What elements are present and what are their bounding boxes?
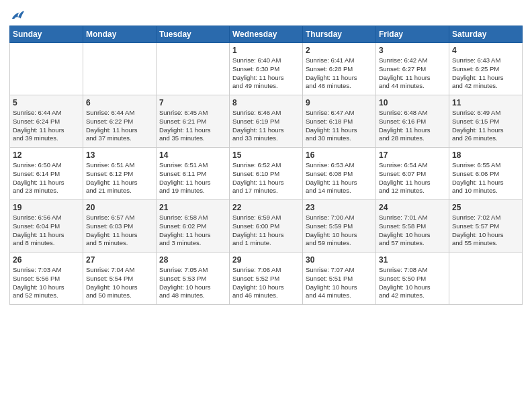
calendar-cell: 30Sunrise: 7:07 AM Sunset: 5:51 PM Dayli… bbox=[303, 253, 376, 305]
day-number: 21 bbox=[159, 203, 226, 212]
day-header-tuesday: Tuesday bbox=[157, 26, 230, 43]
day-info: Sunrise: 6:54 AM Sunset: 6:07 PM Dayligh… bbox=[379, 161, 446, 195]
day-number: 15 bbox=[232, 150, 300, 160]
calendar-cell bbox=[10, 43, 83, 95]
day-number: 13 bbox=[86, 150, 153, 160]
day-info: Sunrise: 7:07 AM Sunset: 5:51 PM Dayligh… bbox=[306, 266, 373, 300]
calendar-cell: 23Sunrise: 7:00 AM Sunset: 5:59 PM Dayli… bbox=[303, 200, 376, 253]
calendar-cell: 20Sunrise: 6:57 AM Sunset: 6:03 PM Dayli… bbox=[83, 200, 157, 253]
calendar-cell: 15Sunrise: 6:52 AM Sunset: 6:10 PM Dayli… bbox=[230, 148, 303, 200]
calendar-cell: 8Sunrise: 6:46 AM Sunset: 6:19 PM Daylig… bbox=[230, 95, 303, 148]
day-number: 4 bbox=[452, 46, 519, 55]
day-number: 11 bbox=[452, 98, 519, 107]
day-info: Sunrise: 6:42 AM Sunset: 6:27 PM Dayligh… bbox=[379, 56, 446, 91]
calendar-cell: 13Sunrise: 6:51 AM Sunset: 6:12 PM Dayli… bbox=[83, 148, 157, 200]
day-number: 19 bbox=[13, 203, 80, 212]
day-info: Sunrise: 6:55 AM Sunset: 6:06 PM Dayligh… bbox=[452, 161, 519, 195]
day-number: 28 bbox=[159, 255, 226, 265]
calendar-cell: 11Sunrise: 6:49 AM Sunset: 6:15 PM Dayli… bbox=[449, 95, 523, 148]
day-number: 29 bbox=[232, 255, 300, 265]
day-number: 26 bbox=[13, 255, 80, 265]
day-header-friday: Friday bbox=[376, 26, 449, 43]
day-number: 5 bbox=[13, 98, 80, 107]
day-number: 20 bbox=[86, 203, 153, 212]
day-header-thursday: Thursday bbox=[303, 26, 376, 43]
day-info: Sunrise: 7:04 AM Sunset: 5:54 PM Dayligh… bbox=[86, 266, 153, 300]
calendar-cell: 2Sunrise: 6:41 AM Sunset: 6:28 PM Daylig… bbox=[303, 43, 376, 95]
calendar-cell: 18Sunrise: 6:55 AM Sunset: 6:06 PM Dayli… bbox=[449, 148, 523, 200]
day-number: 1 bbox=[232, 46, 300, 55]
day-info: Sunrise: 6:59 AM Sunset: 6:00 PM Dayligh… bbox=[232, 214, 300, 248]
day-number: 7 bbox=[159, 98, 226, 107]
day-number: 8 bbox=[232, 98, 300, 107]
day-info: Sunrise: 6:53 AM Sunset: 6:08 PM Dayligh… bbox=[306, 161, 373, 195]
day-info: Sunrise: 7:03 AM Sunset: 5:56 PM Dayligh… bbox=[13, 266, 80, 300]
day-number: 10 bbox=[379, 98, 446, 107]
day-number: 31 bbox=[379, 255, 446, 265]
day-info: Sunrise: 6:52 AM Sunset: 6:10 PM Dayligh… bbox=[232, 161, 300, 195]
day-info: Sunrise: 6:51 AM Sunset: 6:12 PM Dayligh… bbox=[86, 161, 153, 195]
day-number: 14 bbox=[159, 150, 226, 160]
calendar-cell: 28Sunrise: 7:05 AM Sunset: 5:53 PM Dayli… bbox=[157, 253, 230, 305]
calendar-week-row: 1Sunrise: 6:40 AM Sunset: 6:30 PM Daylig… bbox=[10, 43, 523, 95]
day-info: Sunrise: 6:47 AM Sunset: 6:18 PM Dayligh… bbox=[306, 109, 373, 143]
day-info: Sunrise: 6:58 AM Sunset: 6:02 PM Dayligh… bbox=[159, 214, 226, 248]
day-number: 9 bbox=[306, 98, 373, 107]
calendar-cell: 26Sunrise: 7:03 AM Sunset: 5:56 PM Dayli… bbox=[10, 253, 83, 305]
logo-bird-icon bbox=[11, 9, 26, 21]
day-header-wednesday: Wednesday bbox=[230, 26, 303, 43]
calendar-cell: 9Sunrise: 6:47 AM Sunset: 6:18 PM Daylig… bbox=[303, 95, 376, 148]
calendar-cell: 29Sunrise: 7:06 AM Sunset: 5:52 PM Dayli… bbox=[230, 253, 303, 305]
day-info: Sunrise: 7:05 AM Sunset: 5:53 PM Dayligh… bbox=[159, 266, 226, 300]
day-number: 27 bbox=[86, 255, 153, 265]
day-number: 18 bbox=[452, 150, 519, 160]
header bbox=[9, 7, 523, 21]
day-number: 25 bbox=[452, 203, 519, 212]
day-info: Sunrise: 7:06 AM Sunset: 5:52 PM Dayligh… bbox=[232, 266, 300, 300]
day-number: 2 bbox=[306, 46, 373, 55]
day-info: Sunrise: 7:08 AM Sunset: 5:50 PM Dayligh… bbox=[379, 266, 446, 300]
day-info: Sunrise: 6:56 AM Sunset: 6:04 PM Dayligh… bbox=[13, 214, 80, 248]
day-info: Sunrise: 6:46 AM Sunset: 6:19 PM Dayligh… bbox=[232, 109, 300, 143]
day-info: Sunrise: 6:57 AM Sunset: 6:03 PM Dayligh… bbox=[86, 214, 153, 248]
calendar-cell: 7Sunrise: 6:45 AM Sunset: 6:21 PM Daylig… bbox=[157, 95, 230, 148]
calendar-cell: 17Sunrise: 6:54 AM Sunset: 6:07 PM Dayli… bbox=[376, 148, 449, 200]
day-info: Sunrise: 6:48 AM Sunset: 6:16 PM Dayligh… bbox=[379, 109, 446, 143]
day-info: Sunrise: 6:43 AM Sunset: 6:25 PM Dayligh… bbox=[452, 56, 519, 91]
day-number: 12 bbox=[13, 150, 80, 160]
day-info: Sunrise: 7:00 AM Sunset: 5:59 PM Dayligh… bbox=[306, 214, 373, 248]
calendar-cell: 16Sunrise: 6:53 AM Sunset: 6:08 PM Dayli… bbox=[303, 148, 376, 200]
calendar-cell: 3Sunrise: 6:42 AM Sunset: 6:27 PM Daylig… bbox=[376, 43, 449, 95]
day-info: Sunrise: 6:44 AM Sunset: 6:22 PM Dayligh… bbox=[86, 109, 153, 143]
calendar-cell: 27Sunrise: 7:04 AM Sunset: 5:54 PM Dayli… bbox=[83, 253, 157, 305]
calendar-cell: 25Sunrise: 7:02 AM Sunset: 5:57 PM Dayli… bbox=[449, 200, 523, 253]
day-header-sunday: Sunday bbox=[10, 26, 83, 43]
calendar-week-row: 19Sunrise: 6:56 AM Sunset: 6:04 PM Dayli… bbox=[10, 200, 523, 253]
day-info: Sunrise: 6:51 AM Sunset: 6:11 PM Dayligh… bbox=[159, 161, 226, 195]
logo bbox=[9, 9, 26, 21]
day-info: Sunrise: 7:01 AM Sunset: 5:58 PM Dayligh… bbox=[379, 214, 446, 248]
day-info: Sunrise: 7:02 AM Sunset: 5:57 PM Dayligh… bbox=[452, 214, 519, 248]
day-number: 3 bbox=[379, 46, 446, 55]
calendar-cell: 19Sunrise: 6:56 AM Sunset: 6:04 PM Dayli… bbox=[10, 200, 83, 253]
calendar-cell: 24Sunrise: 7:01 AM Sunset: 5:58 PM Dayli… bbox=[376, 200, 449, 253]
day-info: Sunrise: 6:45 AM Sunset: 6:21 PM Dayligh… bbox=[159, 109, 226, 143]
calendar-table: SundayMondayTuesdayWednesdayThursdayFrid… bbox=[9, 26, 523, 305]
day-number: 16 bbox=[306, 150, 373, 160]
day-info: Sunrise: 6:49 AM Sunset: 6:15 PM Dayligh… bbox=[452, 109, 519, 143]
page-container: SundayMondayTuesdayWednesdayThursdayFrid… bbox=[0, 0, 532, 310]
day-info: Sunrise: 6:50 AM Sunset: 6:14 PM Dayligh… bbox=[13, 161, 80, 195]
calendar-cell: 22Sunrise: 6:59 AM Sunset: 6:00 PM Dayli… bbox=[230, 200, 303, 253]
day-number: 6 bbox=[86, 98, 153, 107]
calendar-cell: 12Sunrise: 6:50 AM Sunset: 6:14 PM Dayli… bbox=[10, 148, 83, 200]
day-header-saturday: Saturday bbox=[449, 26, 523, 43]
calendar-cell: 14Sunrise: 6:51 AM Sunset: 6:11 PM Dayli… bbox=[157, 148, 230, 200]
calendar-cell: 31Sunrise: 7:08 AM Sunset: 5:50 PM Dayli… bbox=[376, 253, 449, 305]
calendar-cell bbox=[449, 253, 523, 305]
calendar-cell bbox=[157, 43, 230, 95]
calendar-header-row: SundayMondayTuesdayWednesdayThursdayFrid… bbox=[10, 26, 523, 43]
day-number: 30 bbox=[306, 255, 373, 265]
calendar-cell: 21Sunrise: 6:58 AM Sunset: 6:02 PM Dayli… bbox=[157, 200, 230, 253]
day-number: 22 bbox=[232, 203, 300, 212]
calendar-cell bbox=[83, 43, 157, 95]
